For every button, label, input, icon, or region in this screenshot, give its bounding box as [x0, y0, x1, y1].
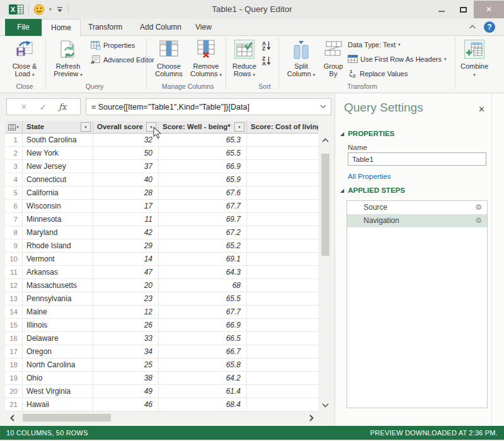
- cell-state[interactable]: Wisconsin: [23, 200, 93, 212]
- table-row[interactable]: 7Minnesota1169.7: [5, 213, 318, 226]
- cell-wellbeing[interactable]: 61.4: [159, 385, 247, 398]
- cell-wellbeing[interactable]: 67.6: [159, 186, 247, 199]
- tab-transform[interactable]: Transform: [79, 19, 131, 36]
- table-row[interactable]: 19Ohio3864.2: [5, 372, 318, 385]
- data-type-button[interactable]: Data Type: Text ▾: [348, 41, 401, 49]
- cell-cost[interactable]: [247, 345, 318, 358]
- cell-rownum[interactable]: 14: [5, 306, 23, 318]
- table-row[interactable]: 5California2867.6: [5, 186, 318, 200]
- cell-wellbeing[interactable]: 67.7: [159, 306, 247, 318]
- cell-cost[interactable]: [247, 173, 318, 186]
- column-header-overall-score[interactable]: Overall score ▼: [93, 121, 159, 133]
- cell-state[interactable]: Delaware: [23, 332, 93, 345]
- cell-wellbeing[interactable]: 65.9: [159, 173, 247, 186]
- cell-state[interactable]: West Virginia: [23, 385, 93, 398]
- combine-button[interactable]: Combine▾: [459, 38, 490, 79]
- close-panel-icon[interactable]: ✕: [478, 105, 485, 114]
- cell-rownum[interactable]: 13: [5, 292, 23, 305]
- filter-icon[interactable]: ▼: [234, 122, 244, 132]
- cell-overall[interactable]: 11: [93, 213, 159, 226]
- cell-overall[interactable]: 34: [93, 345, 159, 358]
- cell-wellbeing[interactable]: 64.2: [159, 372, 247, 384]
- cell-cost[interactable]: [247, 160, 318, 173]
- close-window-button[interactable]: ✕: [474, 1, 504, 18]
- cell-wellbeing[interactable]: 65.2: [159, 239, 247, 252]
- cell-cost[interactable]: [247, 266, 318, 278]
- cell-state[interactable]: Massachusetts: [23, 279, 93, 292]
- group-by-button[interactable]: Group By: [320, 38, 346, 77]
- cell-wellbeing[interactable]: 68.4: [159, 398, 247, 411]
- cell-overall[interactable]: 47: [93, 266, 159, 278]
- table-row[interactable]: 14Maine1267.7: [5, 306, 318, 319]
- table-row[interactable]: 21Hawaii4668.4: [5, 398, 318, 411]
- cell-overall[interactable]: 12: [93, 306, 159, 318]
- cell-state[interactable]: Oregon: [23, 345, 93, 358]
- table-row[interactable]: 12Massachusetts2068: [5, 279, 318, 292]
- cell-rownum[interactable]: 6: [5, 200, 23, 212]
- choose-columns-button[interactable]: Choose Columns: [151, 38, 186, 77]
- applied-steps-section-header[interactable]: ◢ APPLIED STEPS: [340, 186, 405, 194]
- cell-state[interactable]: Maine: [23, 306, 93, 318]
- cell-rownum[interactable]: 15: [5, 319, 23, 331]
- cell-rownum[interactable]: 9: [5, 239, 23, 252]
- cell-rownum[interactable]: 2: [5, 147, 23, 159]
- table-row[interactable]: 8Maryland4267.2: [5, 226, 318, 239]
- cell-cost[interactable]: [247, 292, 318, 305]
- cell-overall[interactable]: 46: [93, 398, 159, 411]
- cell-rownum[interactable]: 21: [5, 398, 23, 411]
- maximize-button[interactable]: [452, 0, 474, 19]
- cell-overall[interactable]: 17: [93, 200, 159, 212]
- collapse-ribbon-icon[interactable]: [469, 25, 476, 29]
- column-header-wellbeing[interactable]: Score: Well - being* ▼: [159, 121, 247, 133]
- refresh-preview-button[interactable]: Refresh Preview ▾: [50, 38, 86, 79]
- table-corner-button[interactable]: ▾: [5, 121, 23, 133]
- cell-state[interactable]: Illinois: [23, 319, 93, 331]
- cell-cost[interactable]: [247, 332, 318, 345]
- cell-cost[interactable]: [247, 385, 318, 398]
- gear-icon[interactable]: ⚙: [475, 214, 482, 227]
- cell-state[interactable]: Hawaii: [23, 398, 93, 411]
- cell-rownum[interactable]: 11: [5, 266, 23, 278]
- reduce-rows-button[interactable]: Reduce Rows ▾: [228, 38, 261, 79]
- cell-state[interactable]: Arkansas: [23, 266, 93, 278]
- cell-rownum[interactable]: 17: [5, 345, 23, 358]
- properties-section-header[interactable]: ◢ PROPERTIES: [340, 130, 394, 137]
- cell-wellbeing[interactable]: 67.2: [159, 226, 247, 239]
- scroll-right-icon[interactable]: [306, 412, 317, 423]
- cell-cost[interactable]: [247, 226, 318, 239]
- cell-wellbeing[interactable]: 65.5: [159, 292, 247, 305]
- table-row[interactable]: 6Wisconsin1767.7: [5, 200, 318, 213]
- cell-state[interactable]: New Jersey: [23, 160, 93, 173]
- table-row[interactable]: 15Illinois2666.9: [5, 319, 318, 332]
- cell-state[interactable]: Connecticut: [23, 173, 93, 186]
- cell-cost[interactable]: [247, 253, 318, 265]
- cell-overall[interactable]: 42: [93, 226, 159, 239]
- formula-fx-icon[interactable]: ƒx: [59, 102, 66, 112]
- column-header-cost-of-living[interactable]: Score: Cost of living**: [247, 121, 318, 133]
- table-row[interactable]: 13Pennsylvania2365.5: [5, 292, 318, 306]
- applied-step-source[interactable]: Source ⚙: [347, 201, 487, 214]
- table-row[interactable]: 3New Jersey3766.9: [5, 160, 318, 173]
- cell-rownum[interactable]: 10: [5, 253, 23, 265]
- table-row[interactable]: 20West Virginia4961.4: [5, 385, 318, 398]
- cell-wellbeing[interactable]: 68: [159, 279, 247, 292]
- cell-state[interactable]: New York: [23, 147, 93, 159]
- filter-icon[interactable]: ▼: [146, 122, 156, 132]
- cell-state[interactable]: Rhode Island: [23, 239, 93, 252]
- cell-state[interactable]: Pennsylvania: [23, 292, 93, 305]
- cell-cost[interactable]: [247, 200, 318, 212]
- table-row[interactable]: 11Arkansas4764.3: [5, 266, 318, 279]
- cell-overall[interactable]: 23: [93, 292, 159, 305]
- cell-cost[interactable]: [247, 279, 318, 292]
- cell-wellbeing[interactable]: 65.3: [159, 134, 247, 146]
- table-row[interactable]: 18North Carolina2565.8: [5, 358, 318, 372]
- cell-rownum[interactable]: 8: [5, 226, 23, 239]
- sort-descending-button[interactable]: ZA: [262, 56, 272, 66]
- remove-columns-button[interactable]: Remove Columns ▾: [188, 38, 224, 79]
- cell-state[interactable]: North Carolina: [23, 358, 93, 371]
- cell-state[interactable]: Ohio: [23, 372, 93, 384]
- cell-state[interactable]: Maryland: [23, 226, 93, 239]
- cell-state[interactable]: Minnesota: [23, 213, 93, 226]
- cell-cost[interactable]: [247, 398, 318, 411]
- scroll-left-icon[interactable]: [6, 412, 18, 423]
